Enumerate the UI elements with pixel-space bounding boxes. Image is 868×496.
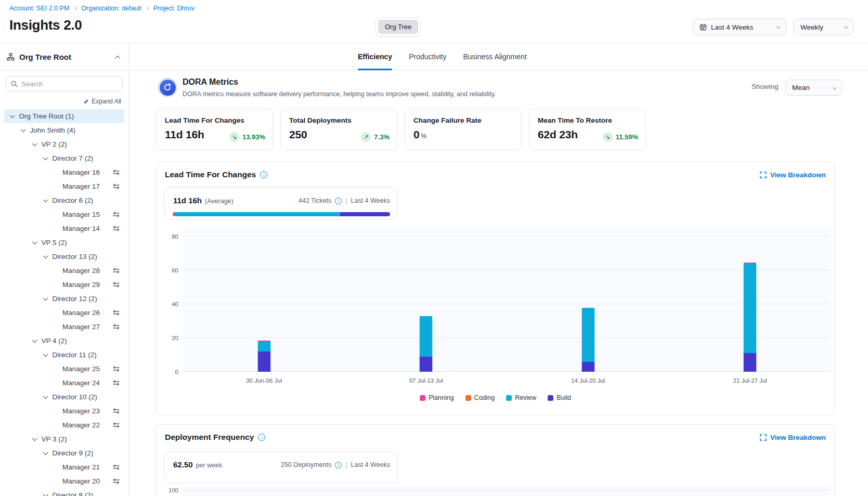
tab-business-alignment[interactable]: Business Alignment (463, 43, 527, 70)
chevron-down-icon[interactable] (43, 295, 48, 300)
chevron-down-icon[interactable] (10, 113, 15, 118)
compare-icon[interactable] (112, 478, 120, 485)
tree-node-manager-20[interactable]: Manager 20 (4, 474, 124, 488)
breadcrumb: Account: SEI 2.0 PMOrganization: default… (9, 5, 195, 12)
chevron-down-icon[interactable] (43, 492, 48, 496)
tree-node-manager-25[interactable]: Manager 25 (4, 362, 124, 376)
info-icon[interactable]: i (335, 462, 342, 468)
tree-node-manager-23[interactable]: Manager 23 (4, 404, 124, 418)
compare-icon[interactable] (112, 183, 120, 190)
lead-time-view-breakdown-link[interactable]: View Breakdown (760, 171, 826, 179)
chevron-down-icon[interactable] (43, 351, 48, 356)
tree-node-director-8-2[interactable]: Director 8 (2) (4, 488, 124, 496)
compare-icon[interactable] (112, 323, 120, 330)
chevron-down-icon[interactable] (43, 394, 48, 398)
tree-node-manager-24[interactable]: Manager 24 (4, 376, 124, 390)
stacked-bar-30-jun-06-jul[interactable] (257, 341, 270, 372)
trend-badge: ↗7.3% (361, 132, 390, 142)
chevron-down-icon[interactable] (32, 141, 37, 146)
deployment-view-breakdown-link[interactable]: View Breakdown (760, 434, 826, 441)
compare-icon[interactable] (112, 211, 120, 218)
granularity-select[interactable]: Weekly (794, 19, 854, 35)
tree-node-john-smith-4[interactable]: John Smith (4) (4, 123, 124, 137)
tree-node-director-13-2[interactable]: Director 13 (2) (4, 250, 124, 264)
tree-node-manager-17[interactable]: Manager 17 (4, 179, 124, 193)
compare-icon[interactable] (112, 408, 120, 414)
bar-segment-review (744, 264, 757, 353)
date-range-select[interactable]: Last 4 Weeks (693, 19, 786, 35)
org-tree-toggle-button[interactable]: Org Tree (378, 20, 418, 34)
compare-icon[interactable] (112, 309, 120, 316)
legend-item-build[interactable]: Build (548, 394, 571, 401)
tree-node-manager-28[interactable]: Manager 28 (4, 264, 124, 278)
chevron-down-icon[interactable] (43, 197, 48, 202)
compare-icon[interactable] (112, 169, 120, 176)
info-icon[interactable]: i (335, 198, 342, 204)
page-title: Insights 2.0 (9, 17, 82, 33)
tree-node-manager-21[interactable]: Manager 21 (4, 460, 124, 474)
tree-node-vp-4-2[interactable]: VP 4 (2) (4, 334, 124, 348)
tree-node-director-7-2[interactable]: Director 7 (2) (4, 151, 124, 165)
metric-value: 0% (413, 128, 513, 141)
chevron-down-icon[interactable] (43, 155, 48, 160)
compare-icon[interactable] (112, 281, 120, 288)
compare-icon[interactable] (112, 380, 120, 386)
tree-node-label: Manager 14 (62, 225, 100, 232)
compare-icon[interactable] (112, 225, 120, 232)
metric-card-change-failure-rate: Change Failure Rate0% (405, 108, 522, 150)
tab-productivity[interactable]: Productivity (409, 43, 446, 70)
showing-select[interactable]: Mean (785, 80, 843, 96)
breadcrumb-link[interactable]: Organization: default (81, 5, 141, 12)
chevron-down-icon[interactable] (32, 239, 37, 244)
stacked-bar-07-jul-13-jul[interactable] (420, 316, 433, 372)
tree-node-manager-16[interactable]: Manager 16 (4, 165, 124, 179)
chevron-down-icon[interactable] (32, 337, 37, 342)
info-icon[interactable]: i (258, 434, 265, 441)
breadcrumb-link[interactable]: Account: SEI 2.0 PM (9, 5, 69, 12)
org-tree-sidebar: Org Tree Root Expand All Org Tree Root (… (0, 43, 129, 496)
tree-node-director-11-2[interactable]: Director 11 (2) (4, 348, 124, 362)
sidebar-title: Org Tree Root (19, 53, 71, 61)
tree-node-manager-15[interactable]: Manager 15 (4, 207, 124, 221)
tree-node-manager-27[interactable]: Manager 27 (4, 320, 124, 334)
breadcrumb-link[interactable]: Project: Dhruv (153, 5, 195, 12)
tree-node-manager-14[interactable]: Manager 14 (4, 221, 124, 236)
phase-segment-build (340, 212, 390, 216)
tree-node-manager-29[interactable]: Manager 29 (4, 278, 124, 292)
tree-node-director-12-2[interactable]: Director 12 (2) (4, 292, 124, 306)
compare-icon[interactable] (112, 422, 120, 428)
tree-node-vp-2-2[interactable]: VP 2 (2) (4, 137, 124, 151)
view-breakdown-label: View Breakdown (770, 171, 826, 179)
metric-label: Change Failure Rate (413, 116, 513, 124)
chevron-down-icon[interactable] (43, 253, 48, 258)
chevron-down-icon[interactable] (32, 436, 37, 440)
tree-node-vp-5-2[interactable]: VP 5 (2) (4, 236, 124, 250)
tab-efficiency[interactable]: Efficiency (358, 43, 392, 70)
chevron-down-icon[interactable] (43, 450, 48, 454)
expand-all-button[interactable]: Expand All (0, 98, 121, 105)
tree-node-manager-26[interactable]: Manager 26 (4, 306, 124, 320)
compare-icon[interactable] (112, 366, 120, 372)
stacked-bar-21-jul-27-jul[interactable] (744, 263, 757, 372)
info-icon[interactable]: i (260, 171, 267, 178)
sidebar-search (6, 76, 123, 92)
chevron-down-icon[interactable] (21, 127, 25, 132)
legend-item-review[interactable]: Review (506, 394, 536, 401)
lead-time-plot-area (183, 228, 831, 372)
tree-node-director-6-2[interactable]: Director 6 (2) (4, 193, 124, 207)
search-input[interactable] (21, 80, 118, 88)
tree-node-director-9-2[interactable]: Director 9 (2) (4, 446, 124, 460)
sidebar-collapse-button[interactable] (116, 52, 120, 61)
legend-item-planning[interactable]: Planning (420, 394, 454, 401)
tree-node-org-tree-root-1[interactable]: Org Tree Root (1) (4, 109, 124, 123)
tree-node-manager-22[interactable]: Manager 22 (4, 418, 124, 432)
delta-value: 7.3% (374, 133, 390, 141)
tree-node-director-10-2[interactable]: Director 10 (2) (4, 390, 124, 404)
tree-node-vp-3-2[interactable]: VP 3 (2) (4, 432, 124, 446)
deployment-rate-qualifier: per week (196, 462, 223, 469)
stacked-bar-14-jul-20-jul[interactable] (581, 308, 594, 372)
tree-node-label: Manager 26 (62, 309, 100, 317)
legend-item-coding[interactable]: Coding (465, 394, 495, 401)
compare-icon[interactable] (112, 267, 120, 274)
compare-icon[interactable] (112, 464, 120, 471)
